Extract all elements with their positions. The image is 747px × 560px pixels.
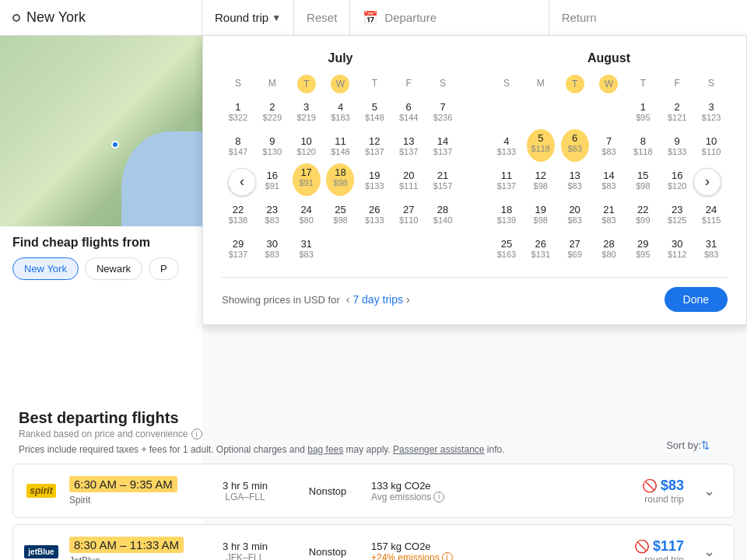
- july-31[interactable]: 31$83: [290, 232, 323, 264]
- july-18[interactable]: 18$98: [326, 163, 354, 196]
- july-24[interactable]: 24$80: [290, 198, 323, 230]
- july-20[interactable]: 20$111: [392, 163, 425, 196]
- next-month-button[interactable]: ›: [693, 168, 721, 196]
- trip-nav[interactable]: ‹ 7 day trips ›: [346, 293, 410, 306]
- origin-field[interactable]: New York: [0, 0, 202, 35]
- return-field[interactable]: Return: [549, 0, 747, 35]
- flights-section: Best departing flights Ranked based on p…: [0, 397, 747, 560]
- flight-card-jetblue[interactable]: jetBlue 8:30 AM – 11:33 AM JetBlue 3 hr …: [12, 524, 735, 560]
- flight-duration-spirit: 3 hr 5 min LGA–FLL: [206, 480, 284, 502]
- aug-9[interactable]: 9$133: [661, 129, 693, 162]
- july-23[interactable]: 23$83: [256, 198, 289, 230]
- aug-16[interactable]: 16$120: [661, 163, 693, 196]
- aug-25[interactable]: 25$163: [490, 232, 523, 264]
- city-chip-newark[interactable]: Newark: [85, 257, 142, 280]
- aug-dow-t1: T: [566, 75, 584, 93]
- departure-field[interactable]: 📅 Departure: [350, 0, 549, 35]
- reset-button[interactable]: Reset: [294, 0, 350, 35]
- aug-18[interactable]: 18$139: [490, 198, 523, 230]
- aug-11[interactable]: 11$137: [490, 163, 523, 196]
- city-chip-p[interactable]: P: [149, 257, 179, 280]
- aug-21[interactable]: 21$83: [593, 198, 626, 230]
- aug-2[interactable]: 2$121: [661, 95, 693, 128]
- aug-20[interactable]: 20$83: [559, 198, 591, 230]
- july-17[interactable]: 17$91: [293, 163, 321, 196]
- emissions-info-icon-jetblue[interactable]: i: [442, 552, 453, 561]
- aug-28[interactable]: 28$80: [593, 232, 626, 264]
- july-22[interactable]: 22$138: [222, 198, 254, 230]
- aug-12[interactable]: 12$98: [524, 163, 557, 196]
- aug-13[interactable]: 13$83: [559, 163, 591, 196]
- departure-label: Departure: [384, 11, 437, 24]
- july-21[interactable]: 21$157: [426, 163, 459, 196]
- aug-31[interactable]: 31$83: [695, 232, 728, 264]
- july-7[interactable]: 7$236: [426, 95, 459, 128]
- aug-29[interactable]: 29$95: [626, 232, 659, 264]
- aug-27[interactable]: 27$69: [559, 232, 591, 264]
- july-13[interactable]: 13$137: [392, 129, 425, 162]
- aug-dow-w: W: [599, 75, 618, 93]
- showing-label: Showing prices in USD for: [222, 294, 340, 306]
- expand-spirit-button[interactable]: ⌄: [696, 478, 721, 503]
- nonstop-jetblue: Nonstop: [296, 546, 359, 558]
- aug-22[interactable]: 22$99: [626, 198, 659, 230]
- july-4[interactable]: 4$183: [324, 95, 357, 128]
- july-30[interactable]: 30$83: [256, 232, 289, 264]
- bag-fees-link[interactable]: bag fees: [307, 444, 343, 455]
- july-27[interactable]: 27$110: [392, 198, 425, 230]
- info-icon[interactable]: i: [191, 429, 202, 439]
- july-6[interactable]: 6$144: [392, 95, 425, 128]
- sort-button[interactable]: ⇅: [701, 439, 710, 451]
- emissions-sub-spirit: Avg emissions i: [371, 492, 472, 502]
- july-26[interactable]: 26$133: [358, 198, 391, 230]
- aug-15[interactable]: 15$98: [626, 163, 659, 196]
- july-9[interactable]: 9$130: [256, 129, 289, 162]
- july-29[interactable]: 29$137: [222, 232, 254, 264]
- july-28[interactable]: 28$140: [426, 198, 459, 230]
- july-25[interactable]: 25$98: [324, 198, 357, 230]
- round-trip-button[interactable]: Round trip ▼: [202, 0, 294, 35]
- aug-6[interactable]: 6$83: [561, 129, 589, 162]
- aug-1[interactable]: 1$95: [626, 95, 659, 128]
- find-flights-panel: Find cheap flights from New York Newark …: [0, 226, 202, 289]
- airline-name-spirit: Spirit: [69, 495, 194, 506]
- aug-10[interactable]: 10$110: [695, 129, 728, 162]
- price-spirit: $83: [661, 478, 684, 494]
- passenger-assistance-link[interactable]: Passenger assistance: [393, 444, 484, 455]
- location-dot-icon: [111, 141, 119, 149]
- expand-jetblue-button[interactable]: ⌄: [696, 539, 721, 560]
- dow-m: M: [256, 75, 289, 93]
- july-3[interactable]: 3$219: [290, 95, 323, 128]
- aug-19[interactable]: 19$98: [524, 198, 557, 230]
- prev-month-button[interactable]: ‹: [228, 168, 256, 196]
- aug-8[interactable]: 8$118: [626, 129, 659, 162]
- july-5[interactable]: 5$148: [358, 95, 391, 128]
- emissions-info-icon-spirit[interactable]: i: [433, 492, 444, 502]
- aug-23[interactable]: 23$125: [661, 198, 693, 230]
- done-button[interactable]: Done: [665, 287, 728, 312]
- july-8[interactable]: 8$147: [222, 129, 254, 162]
- july-1[interactable]: 1$322: [222, 95, 254, 128]
- flight-emissions-spirit: 133 kg CO2e Avg emissions i: [371, 480, 472, 502]
- city-chip-newyork[interactable]: New York: [12, 257, 79, 280]
- aug-14[interactable]: 14$83: [593, 163, 626, 196]
- july-11[interactable]: 11$148: [324, 129, 357, 162]
- aug-24[interactable]: 24$115: [695, 198, 728, 230]
- flights-meta: Prices include required taxes + fees for…: [19, 444, 505, 455]
- july-12[interactable]: 12$137: [358, 129, 391, 162]
- aug-7[interactable]: 7$83: [593, 129, 626, 162]
- aug-4[interactable]: 4$133: [490, 129, 523, 162]
- aug-26[interactable]: 26$131: [524, 232, 557, 264]
- flights-subtitle: Ranked based on price and convenience i: [19, 429, 728, 439]
- july-2[interactable]: 2$229: [256, 95, 289, 128]
- july-10[interactable]: 10$120: [290, 129, 323, 162]
- aug-5[interactable]: 5$118: [527, 129, 555, 162]
- flight-card-spirit[interactable]: spirit 6:30 AM – 9:35 AM Spirit 3 hr 5 m…: [12, 464, 735, 518]
- july-19[interactable]: 19$133: [358, 163, 391, 196]
- top-bar: New York Round trip ▼ Reset 📅 Departure …: [0, 0, 747, 36]
- july-14[interactable]: 14$137: [426, 129, 459, 162]
- july-16[interactable]: 16$91: [256, 163, 289, 196]
- aug-30[interactable]: 30$112: [661, 232, 693, 264]
- aug-3[interactable]: 3$123: [695, 95, 728, 128]
- dow-w: W: [331, 75, 349, 93]
